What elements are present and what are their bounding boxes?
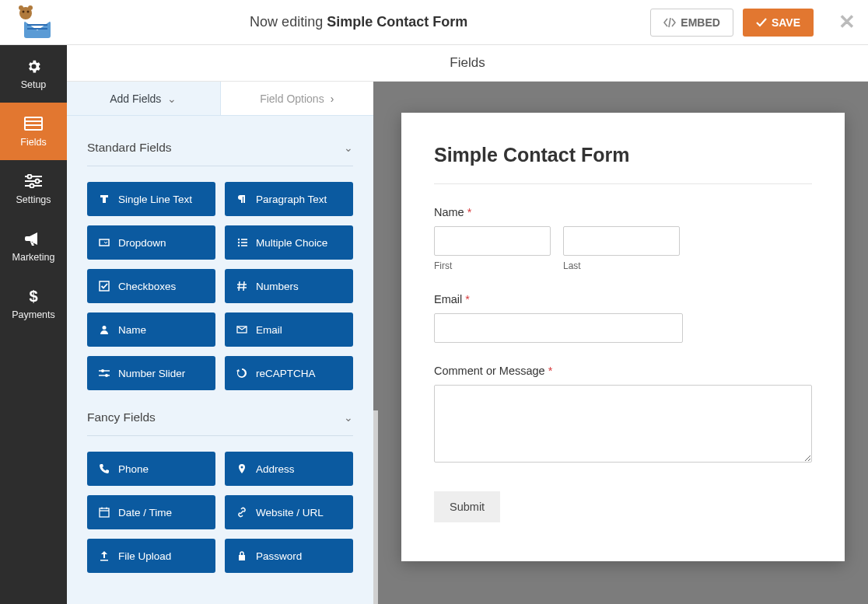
name-first-input[interactable]	[434, 226, 551, 256]
save-label: SAVE	[772, 16, 800, 29]
email-input[interactable]	[434, 313, 683, 343]
content: Add Fields ⌄ Field Options › Standard Fi…	[67, 82, 868, 604]
bullhorn-icon	[25, 231, 42, 247]
svg-point-22	[238, 242, 240, 243]
dollar-icon: $	[28, 288, 39, 305]
group-header-standard[interactable]: Standard Fields ⌄	[87, 141, 353, 166]
code-icon	[663, 18, 676, 27]
top-bar: Now editing Simple Contact Form EMBED SA…	[0, 0, 868, 45]
recaptcha-icon	[236, 368, 248, 379]
svg-rect-25	[241, 245, 247, 246]
svg-rect-26	[100, 281, 109, 291]
list-icon	[236, 237, 248, 248]
sidebar-item-label: Payments	[12, 309, 55, 320]
field-date-time[interactable]: Date / Time	[87, 495, 215, 529]
first-sublabel: First	[434, 260, 551, 271]
field-label: Date / Time	[118, 507, 172, 518]
page-title: Now editing Simple Contact Form	[67, 14, 650, 30]
group-header-fancy[interactable]: Fancy Fields ⌄	[87, 410, 353, 436]
label: Name	[434, 206, 464, 218]
chevron-down-icon: ⌄	[167, 93, 177, 105]
sidebar-item-setup[interactable]: Setup	[0, 45, 67, 103]
field-label: Paragraph Text	[256, 194, 327, 205]
submit-button[interactable]: Submit	[434, 491, 500, 522]
name-last-input[interactable]	[563, 226, 680, 256]
field-multiple-choice[interactable]: Multiple Choice	[225, 225, 353, 260]
field-recaptcha[interactable]: reCAPTCHA	[225, 356, 353, 390]
pin-icon	[236, 463, 248, 474]
field-comment-preview[interactable]: Comment or Message *	[434, 365, 812, 465]
svg-point-2	[27, 10, 30, 12]
sidebar-item-settings[interactable]: Settings	[0, 160, 67, 218]
embed-button[interactable]: EMBED	[650, 9, 733, 37]
svg-rect-23	[241, 242, 247, 243]
sidebar-item-marketing[interactable]: Marketing	[0, 218, 67, 275]
svg-point-3	[19, 5, 23, 10]
field-phone[interactable]: Phone	[87, 452, 215, 486]
svg-point-20	[238, 239, 240, 240]
field-label: Number Slider	[118, 368, 185, 379]
field-checkboxes[interactable]: Checkboxes	[87, 269, 215, 303]
tab-field-options[interactable]: Field Options ›	[221, 82, 374, 115]
sidebar-item-label: Settings	[16, 194, 51, 205]
field-name-preview[interactable]: Name * First Last	[434, 206, 812, 271]
svg-rect-7	[27, 24, 47, 26]
app-logo	[0, 4, 67, 41]
tab-add-fields[interactable]: Add Fields ⌄	[67, 82, 221, 115]
sidebar: Setup Fields Settings Marketing $ Paymen…	[0, 45, 67, 604]
field-name[interactable]: Name	[87, 312, 215, 347]
field-label: Password	[256, 550, 302, 562]
field-file-upload[interactable]: File Upload	[87, 539, 215, 573]
fancy-fields-group: Fancy Fields ⌄ Phone Address Date / Time…	[87, 410, 353, 573]
field-paragraph-text[interactable]: Paragraph Text	[225, 182, 353, 216]
sidebar-item-label: Fields	[20, 137, 46, 148]
sidebar-item-payments[interactable]: $ Payments	[0, 275, 67, 333]
svg-text:$: $	[29, 288, 37, 305]
upload-icon	[98, 550, 110, 561]
form-title: Simple Contact Form	[434, 144, 812, 184]
field-password[interactable]: Password	[225, 539, 353, 573]
chevron-right-icon: ›	[331, 93, 334, 105]
sidebar-item-label: Marketing	[12, 252, 55, 263]
standard-fields-group: Standard Fields ⌄ Single Line Text Parag…	[87, 141, 353, 390]
svg-rect-33	[100, 508, 109, 517]
form-name: Simple Contact Form	[327, 14, 467, 30]
field-email-preview[interactable]: Email *	[434, 293, 812, 343]
field-dropdown[interactable]: Dropdown	[87, 225, 215, 260]
sliders-icon	[25, 173, 42, 190]
svg-rect-21	[241, 239, 247, 240]
svg-rect-8	[27, 28, 47, 30]
sidebar-item-fields[interactable]: Fields	[0, 103, 67, 160]
svg-point-13	[28, 175, 32, 179]
field-numbers[interactable]: Numbers	[225, 269, 353, 303]
field-number-slider[interactable]: Number Slider	[87, 356, 215, 390]
field-label: Address	[256, 463, 295, 475]
field-single-line-text[interactable]: Single Line Text	[87, 182, 215, 216]
tab-label: Add Fields	[110, 93, 161, 105]
field-email[interactable]: Email	[225, 312, 353, 347]
field-label: Single Line Text	[118, 194, 192, 205]
text-icon	[98, 194, 110, 204]
label: Email	[434, 293, 462, 305]
phone-icon	[98, 463, 110, 474]
dropdown-icon	[98, 237, 110, 248]
svg-point-4	[28, 5, 33, 10]
svg-point-1	[23, 10, 25, 12]
field-website-url[interactable]: Website / URL	[225, 495, 353, 529]
chevron-down-icon: ⌄	[344, 141, 353, 154]
hash-icon	[236, 281, 248, 292]
group-title: Standard Fields	[87, 141, 172, 155]
svg-rect-9	[25, 117, 42, 130]
tab-label: Field Options	[260, 93, 324, 105]
lock-icon	[236, 550, 248, 561]
link-icon	[236, 507, 248, 518]
field-label: Name	[118, 324, 146, 336]
save-button[interactable]: SAVE	[743, 9, 814, 37]
scrollbar[interactable]	[373, 82, 378, 604]
envelope-icon	[236, 324, 248, 335]
comment-textarea[interactable]	[434, 385, 812, 463]
close-button[interactable]: ✕	[838, 10, 856, 34]
svg-point-15	[36, 180, 40, 183]
field-address[interactable]: Address	[225, 452, 353, 486]
sidebar-item-label: Setup	[21, 79, 47, 90]
